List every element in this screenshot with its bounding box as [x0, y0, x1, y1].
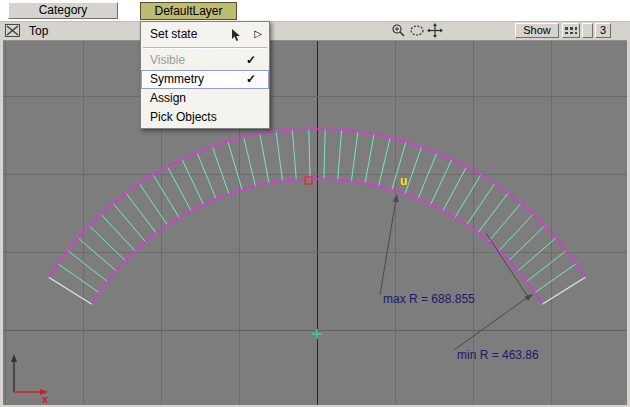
layer-selector-button[interactable]: DefaultLayer [140, 2, 237, 20]
submenu-arrow-icon: ▷ [254, 23, 262, 45]
svg-text:min R = 463.86: min R = 463.86 [457, 348, 539, 362]
menu-item-pick-objects[interactable]: Pick Objects [141, 108, 269, 127]
checkmark-icon: ✓ [246, 51, 256, 70]
show-button[interactable]: Show [515, 23, 559, 38]
application-window: Category DefaultLayer Top [0, 0, 630, 407]
viewport-canvas[interactable]: max R = 688.855min R = 463.86ux [3, 40, 627, 405]
menu-item-set-state[interactable]: Set state ▷ [141, 23, 269, 45]
menu-item-label: Set state [150, 27, 197, 41]
menu-item-visible: Visible ✓ [141, 51, 269, 70]
zoom-icon[interactable] [391, 23, 407, 38]
viewport-close-icon[interactable] [5, 24, 20, 37]
viewport-title: Top [29, 24, 48, 38]
layer-context-menu: Set state ▷ Visible ✓ Symmetry ✓ Assign … [140, 21, 270, 129]
category-button[interactable]: Category [8, 2, 118, 19]
pan-icon[interactable] [427, 23, 443, 38]
viewport-header: Top Show [3, 22, 630, 40]
checkmark-icon: ✓ [246, 70, 256, 89]
menu-item-label: Assign [150, 91, 186, 105]
region-select-icon[interactable] [409, 23, 425, 38]
menu-item-label: Pick Objects [150, 110, 217, 124]
menu-item-label: Visible [150, 53, 185, 67]
menu-item-symmetry[interactable]: Symmetry ✓ [141, 70, 269, 89]
grid-options-button[interactable] [562, 23, 580, 38]
menu-separator [143, 47, 267, 49]
menu-item-label: Symmetry [150, 72, 204, 86]
menu-item-assign[interactable]: Assign [141, 89, 269, 108]
svg-text:u: u [400, 174, 407, 188]
svg-text:max R = 688.855: max R = 688.855 [383, 292, 475, 306]
scene-svg: max R = 688.855min R = 463.86ux [3, 41, 627, 405]
top-toolbar: Category DefaultLayer [0, 0, 630, 22]
spacer-button[interactable] [582, 23, 593, 38]
pick-cursor-icon [230, 27, 242, 49]
view-count-button[interactable]: 3 [595, 23, 611, 38]
svg-text:x: x [42, 393, 49, 405]
